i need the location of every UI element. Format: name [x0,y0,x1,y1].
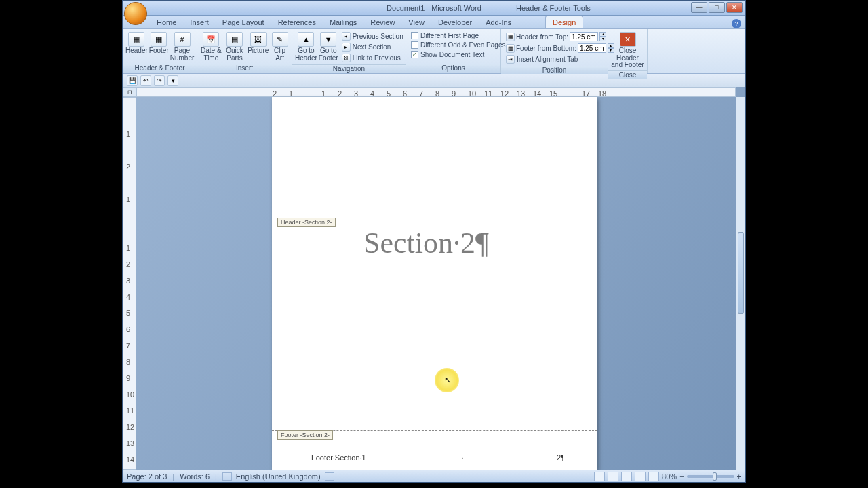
different-first-page-check[interactable]: Different First Page [409,31,507,40]
footer-from-bottom-field[interactable]: ▦Footer from Bottom:▴▾ [504,43,616,54]
header-icon: ▦ [128,32,144,47]
tab-design[interactable]: Design [545,16,583,28]
different-odd-even-check[interactable]: Different Odd & Even Pages [409,41,507,49]
document-page[interactable]: Header -Section 2- Section·2¶ Footer -Se… [272,97,597,470]
window-title: Document1 - Microsoft Word [387,4,481,12]
checkbox-icon [411,32,418,39]
tab-mailings[interactable]: Mailings [323,16,363,28]
document-area: ⊡ 211234567891011121314151718 1211234567… [123,87,745,470]
footer-bottom-input[interactable] [578,43,606,53]
status-language[interactable]: English (United Kingdom) [236,472,321,481]
footer-bottom-icon: ▦ [506,44,515,53]
ribbon-tabs: Home Insert Page Layout References Maili… [123,16,745,29]
scrollbar-thumb[interactable] [738,232,744,314]
office-button[interactable] [124,2,147,25]
page-number-icon: # [174,32,191,47]
group-label: Navigation [292,64,406,73]
view-web-layout-icon[interactable] [621,472,632,481]
help-icon[interactable]: ? [732,19,741,28]
prev-icon: ◂ [342,32,351,41]
zoom-level[interactable]: 80% [662,472,677,481]
next-icon: ▸ [342,43,351,52]
tab-insert[interactable]: Insert [183,16,216,28]
view-print-layout-icon[interactable] [594,472,605,481]
tab-review[interactable]: Review [363,16,401,28]
quick-access-toolbar: 💾 ↶ ↷ ▾ [123,74,745,87]
vertical-scrollbar[interactable] [736,97,745,470]
zoom-handle[interactable] [713,472,717,481]
goto-footer-icon: ▼ [320,32,336,47]
zoom-out-button[interactable]: − [679,472,684,481]
goto-footer-button[interactable]: ▼Go to Footer [319,30,338,62]
zoom-slider[interactable] [687,475,734,478]
group-label: Position [501,66,608,74]
clip-art-button[interactable]: ✎Clip Art [271,30,289,62]
view-draft-icon[interactable] [648,472,659,481]
insert-alignment-tab-button[interactable]: ⇥Insert Alignment Tab [504,54,616,64]
goto-header-icon: ▲ [298,32,314,47]
page-number-button[interactable]: #Page Number [170,30,195,62]
maximize-button[interactable]: □ [709,2,725,13]
show-document-text-check[interactable]: ✓Show Document Text [409,50,507,59]
group-label: Close [608,70,647,79]
status-page[interactable]: Page: 2 of 3 [127,472,167,481]
header-from-top-field[interactable]: ▦Header from Top:▴▾ [504,31,616,42]
footer-button[interactable]: ▦Footer [149,30,169,55]
footer-left: Footer·Section·1 [311,453,366,462]
header-top-icon: ▦ [506,33,515,41]
tab-developer[interactable]: Developer [431,16,479,28]
vertical-ruler[interactable]: 121123456789101112131415 [123,97,136,470]
picture-icon: 🖼 [250,32,267,47]
horizontal-ruler[interactable]: 211234567891011121314151718 [136,87,736,97]
link-icon: ⛓ [342,54,351,62]
spinner[interactable]: ▴▾ [599,32,606,41]
checkbox-icon [411,41,418,49]
quick-parts-icon: ▤ [226,32,243,47]
alignment-tab-icon: ⇥ [506,55,515,64]
calendar-icon: 📅 [203,32,219,47]
close-icon: ✕ [620,32,636,47]
footer-right: 2¶ [557,453,565,462]
next-section-button[interactable]: ▸Next Section [340,42,406,52]
footer-tab-char: → [458,453,465,462]
macro-icon[interactable] [325,472,334,481]
tab-view[interactable]: View [401,16,431,28]
clip-art-icon: ✎ [272,32,288,47]
titlebar: Document1 - Microsoft Word Header & Foot… [123,1,745,16]
ruler-corner[interactable]: ⊡ [123,87,136,97]
status-bar: Page: 2 of 3| Words: 6| English (United … [123,470,745,482]
save-icon[interactable]: 💾 [127,75,138,86]
group-label: Insert [197,64,292,73]
word-window: Document1 - Microsoft Word Header & Foot… [122,0,746,483]
view-outline-icon[interactable] [635,472,646,481]
header-text[interactable]: Section·2¶ [363,226,489,260]
undo-icon[interactable]: ↶ [140,75,151,86]
redo-icon[interactable]: ↷ [154,75,165,86]
tab-page-layout[interactable]: Page Layout [216,16,271,28]
footer-text[interactable]: Footer·Section·1 → 2¶ [311,453,565,462]
link-previous-button[interactable]: ⛓Link to Previous [340,53,406,63]
context-title: Header & Footer Tools [516,4,591,12]
goto-header-button[interactable]: ▲Go to Header [295,30,317,62]
tab-home[interactable]: Home [150,16,183,28]
minimize-button[interactable]: — [691,2,707,13]
status-words[interactable]: Words: 6 [180,472,210,481]
tab-addins[interactable]: Add-Ins [479,16,518,28]
qat-custom-icon[interactable]: ▾ [167,75,178,86]
header-top-input[interactable] [570,32,598,41]
checkbox-icon: ✓ [411,51,418,58]
proofing-icon[interactable] [222,472,232,481]
picture-button[interactable]: 🖼Picture [247,30,269,55]
ribbon: ▦Header ▦Footer #Page Number Header & Fo… [123,29,745,74]
quick-parts-button[interactable]: ▤Quick Parts [224,30,246,62]
close-button[interactable]: ✕ [726,2,743,13]
previous-section-button[interactable]: ◂Previous Section [340,31,406,41]
close-header-footer-button[interactable]: ✕Close Header and Footer [611,30,644,69]
date-time-button[interactable]: 📅Date & Time [200,30,222,62]
view-full-screen-icon[interactable] [608,472,618,481]
tab-references[interactable]: References [271,16,323,28]
footer-icon: ▦ [151,32,167,47]
zoom-in-button[interactable]: + [737,472,741,481]
header-section-tab: Header -Section 2- [277,218,336,227]
header-button[interactable]: ▦Header [125,30,148,55]
